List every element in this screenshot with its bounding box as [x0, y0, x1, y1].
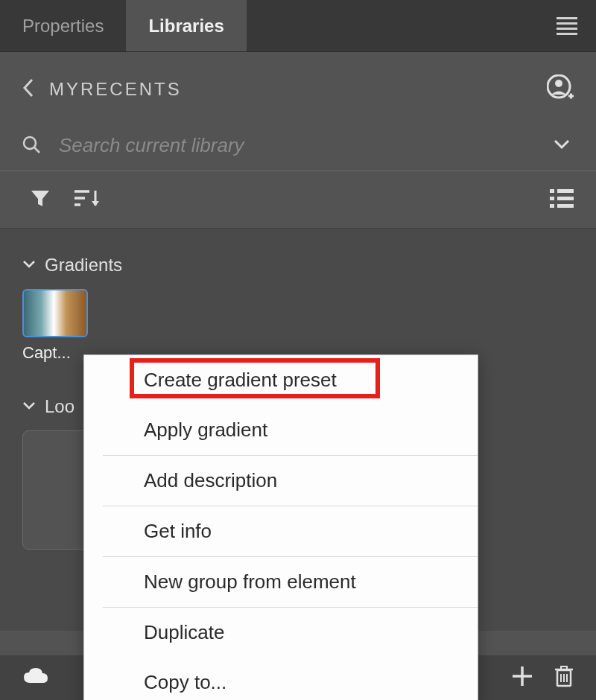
add-people-icon[interactable]: [547, 74, 574, 104]
svg-rect-18: [529, 683, 533, 687]
tab-properties[interactable]: Properties: [0, 0, 126, 51]
search-dropdown-chevron-icon[interactable]: [550, 139, 574, 153]
gradients-grid: Capt...: [22, 289, 574, 363]
menu-duplicate[interactable]: Duplicate: [84, 608, 478, 658]
breadcrumb-label[interactable]: MYRECENTS: [49, 79, 182, 100]
svg-point-1: [555, 80, 562, 87]
menu-new-group-from-element[interactable]: New group from element: [84, 557, 478, 607]
back-chevron-icon[interactable]: [22, 78, 34, 101]
svg-rect-11: [557, 189, 574, 193]
group-title: Loo: [45, 396, 74, 417]
group-header-gradients[interactable]: Gradients: [22, 255, 574, 276]
chevron-down-icon: [22, 258, 36, 272]
menu-add-description[interactable]: Add description: [84, 456, 478, 506]
add-icon[interactable]: [511, 665, 533, 690]
asset-label: Capt...: [22, 343, 88, 363]
context-menu: Create gradient preset Apply gradient Ad…: [83, 354, 478, 700]
cloud-sync-icon[interactable]: [22, 666, 49, 689]
search-input[interactable]: [59, 134, 550, 157]
filter-icon[interactable]: [30, 188, 51, 211]
menu-get-info[interactable]: Get info: [84, 506, 478, 556]
search-icon: [22, 136, 40, 156]
menu-copy-to[interactable]: Copy to...: [84, 658, 478, 700]
sort-icon[interactable]: [73, 188, 101, 211]
tab-bar: Properties Libraries: [0, 0, 596, 52]
svg-rect-13: [557, 197, 574, 200]
menu-create-gradient-preset[interactable]: Create gradient preset: [84, 355, 478, 405]
svg-point-4: [24, 137, 36, 149]
chevron-down-icon: [22, 400, 36, 413]
search-row: [0, 119, 596, 171]
gradient-swatch[interactable]: [22, 289, 88, 337]
group-title: Gradients: [45, 255, 122, 276]
svg-rect-21: [561, 666, 567, 669]
breadcrumb: MYRECENTS: [0, 52, 596, 119]
svg-rect-12: [550, 197, 554, 200]
svg-rect-14: [550, 204, 554, 208]
gradient-asset-item[interactable]: Capt...: [22, 289, 88, 363]
filter-row: [0, 171, 596, 229]
trash-icon[interactable]: [554, 665, 574, 690]
list-view-icon[interactable]: [550, 188, 574, 211]
svg-line-5: [34, 147, 39, 153]
tab-libraries[interactable]: Libraries: [126, 0, 246, 51]
panel-menu-icon[interactable]: [538, 17, 596, 35]
svg-rect-15: [557, 204, 574, 208]
svg-rect-10: [550, 189, 554, 193]
menu-apply-gradient[interactable]: Apply gradient: [84, 405, 478, 455]
